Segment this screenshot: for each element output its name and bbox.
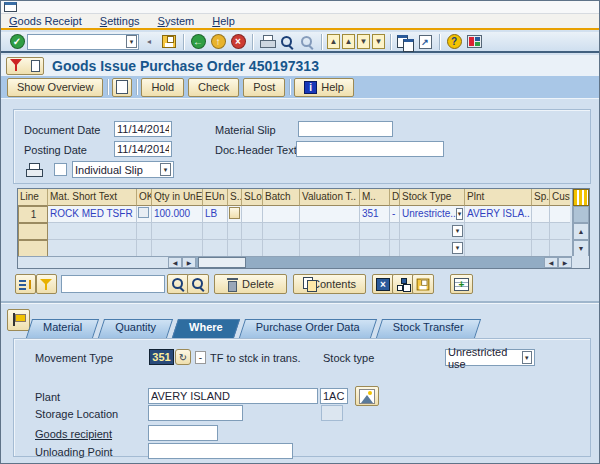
- table-vertical-scrollbar[interactable]: ▲ ▼: [572, 189, 589, 257]
- col-sp[interactable]: Sp..: [532, 189, 550, 206]
- vertical-scroll-thumb[interactable]: [573, 206, 589, 223]
- col-stock-type[interactable]: Stock Type: [400, 189, 465, 206]
- posting-date-field[interactable]: [114, 141, 172, 157]
- scroll-up-button[interactable]: ▲: [573, 223, 589, 240]
- horizontal-scroll-track[interactable]: [196, 257, 544, 268]
- cancel-icon[interactable]: ×: [231, 34, 246, 49]
- row1-detail-icon[interactable]: [229, 207, 240, 219]
- filter-button[interactable]: [36, 274, 57, 294]
- show-overview-button[interactable]: Show Overview: [7, 78, 103, 97]
- print-icon[interactable]: [260, 35, 275, 48]
- row3-stock-type-dropdown-icon[interactable]: ▾: [452, 242, 463, 254]
- col-batch[interactable]: Batch: [263, 189, 300, 206]
- tab-material[interactable]: Material: [29, 319, 96, 338]
- scroll-left-button-2[interactable]: ◀: [544, 257, 558, 268]
- find-icon[interactable]: [280, 35, 294, 49]
- next-page-icon[interactable]: ▼: [357, 34, 370, 49]
- delete-button[interactable]: Delete: [214, 274, 287, 294]
- row1-d[interactable]: -: [390, 206, 400, 223]
- row1-valuation-type[interactable]: [300, 206, 360, 223]
- tab-purchase-order-data[interactable]: Purchase Order Data: [242, 319, 374, 338]
- new-document-button[interactable]: [112, 78, 132, 97]
- col-qty-in-une[interactable]: Qty in UnE: [152, 189, 203, 206]
- material-slip-field[interactable]: [298, 121, 393, 137]
- menu-goods-receipt[interactable]: Goods Receipt: [9, 15, 82, 27]
- row1-ok-checkbox[interactable]: [138, 207, 149, 218]
- row1-stock-type[interactable]: Unrestricte..▾: [400, 206, 465, 223]
- row1-sp[interactable]: [532, 206, 550, 223]
- row1-sloc[interactable]: [242, 206, 263, 223]
- col-s[interactable]: S..: [228, 189, 242, 206]
- col-ok[interactable]: OK: [137, 189, 152, 206]
- back-icon[interactable]: ←: [191, 34, 206, 49]
- sort-button[interactable]: [15, 274, 36, 294]
- close-detail-button[interactable]: [7, 309, 30, 331]
- row1-qty[interactable]: 100.000: [152, 206, 203, 223]
- row1-movement[interactable]: 351: [360, 206, 390, 223]
- horizontal-scroll-thumb[interactable]: [198, 257, 246, 268]
- display-mode-button[interactable]: [6, 57, 44, 75]
- goods-recipient-field[interactable]: [148, 425, 218, 441]
- col-sloc[interactable]: SLoc: [242, 189, 263, 206]
- slip-dropdown-icon[interactable]: ▾: [160, 163, 171, 176]
- enter-icon[interactable]: ✓: [10, 34, 25, 49]
- tab-quantity[interactable]: Quantity: [101, 319, 170, 338]
- movement-type-field[interactable]: 351: [149, 349, 174, 365]
- tab-where[interactable]: Where: [175, 319, 237, 338]
- check-button[interactable]: Check: [188, 78, 239, 97]
- save-icon[interactable]: [162, 35, 176, 48]
- help-button[interactable]: i Help: [294, 78, 354, 97]
- insert-row-button[interactable]: +: [450, 274, 473, 294]
- customize-layout-icon[interactable]: [467, 35, 482, 48]
- slip-type-dropdown[interactable]: Individual Slip ▾: [72, 161, 174, 178]
- last-page-icon[interactable]: ▼: [372, 34, 385, 49]
- table-column-config-icon[interactable]: [573, 189, 589, 206]
- plant-address-button[interactable]: [355, 386, 379, 406]
- scroll-down-button[interactable]: ▼: [573, 240, 589, 257]
- unloading-point-field[interactable]: [148, 443, 293, 459]
- hierarchy-button[interactable]: [392, 274, 414, 294]
- row1-eun[interactable]: LB: [203, 206, 228, 223]
- row1-plnt[interactable]: AVERY ISLA..: [465, 206, 532, 223]
- col-movement[interactable]: M..: [360, 189, 390, 206]
- first-page-icon[interactable]: ▲: [327, 34, 340, 49]
- scroll-right-button-2[interactable]: ▶: [558, 257, 572, 268]
- row1-line[interactable]: 1: [18, 206, 48, 223]
- menu-system[interactable]: System: [158, 15, 195, 27]
- tab-stock-transfer[interactable]: Stock Transfer: [379, 319, 478, 338]
- col-mat-short-text[interactable]: Mat. Short Text: [48, 189, 137, 206]
- item-search-input[interactable]: [61, 275, 165, 293]
- document-date-field[interactable]: [114, 121, 172, 137]
- row1-batch[interactable]: [263, 206, 300, 223]
- contents-button[interactable]: Contents: [293, 274, 366, 294]
- col-custom[interactable]: Custom: [550, 189, 570, 206]
- command-field[interactable]: [27, 34, 139, 50]
- plant-field[interactable]: [148, 388, 318, 404]
- col-valuation-type[interactable]: Valuation T..: [300, 189, 360, 206]
- help-icon[interactable]: ?: [447, 34, 462, 49]
- post-button[interactable]: Post: [243, 78, 285, 97]
- hold-button[interactable]: Hold: [141, 78, 184, 97]
- col-plnt[interactable]: Plnt: [465, 189, 532, 206]
- scroll-left-button[interactable]: ◀: [168, 257, 182, 268]
- collapse-toolbar-icon[interactable]: ◂: [140, 33, 158, 50]
- table-find-button[interactable]: [167, 274, 189, 294]
- previous-page-icon[interactable]: ▲: [342, 34, 355, 49]
- command-dropdown-icon[interactable]: ▾: [126, 35, 137, 48]
- create-shortcut-icon[interactable]: ↗: [419, 35, 432, 49]
- detail-grid-button[interactable]: ×: [372, 274, 394, 294]
- new-session-icon[interactable]: [397, 35, 413, 49]
- storage-location-field[interactable]: [148, 405, 243, 421]
- stock-type-dropdown[interactable]: Unrestricted use ▾: [445, 349, 535, 366]
- table-horizontal-scrollbar[interactable]: ◀ ▶ ◀ ▶: [18, 256, 572, 268]
- movement-type-refresh-button[interactable]: ↻: [175, 349, 191, 365]
- print-slip-checkbox[interactable]: [54, 163, 67, 176]
- goods-recipient-label[interactable]: Goods recipient: [35, 428, 112, 440]
- menu-help[interactable]: Help: [212, 15, 235, 27]
- plant-code-field[interactable]: [320, 388, 348, 404]
- scroll-right-button[interactable]: ▶: [182, 257, 196, 268]
- stock-type-dropdown-icon[interactable]: ▾: [522, 351, 532, 364]
- row1-mat-short-text[interactable]: ROCK MED TSFR: [48, 206, 137, 223]
- col-line[interactable]: Line: [18, 189, 48, 206]
- exit-icon[interactable]: ↑: [211, 34, 226, 49]
